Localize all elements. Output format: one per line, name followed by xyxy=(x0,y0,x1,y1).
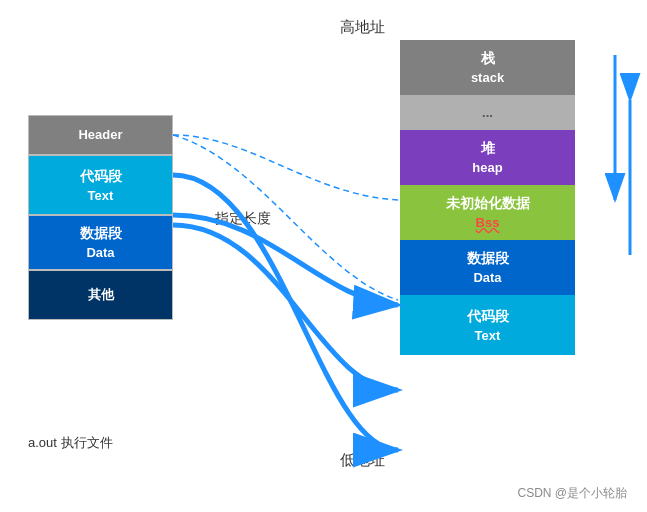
low-address-label: 低地址 xyxy=(340,451,385,470)
block-data: 数据段 Data xyxy=(28,215,173,270)
right-column: 栈 stack ... 堆 heap 未初始化数据 Bss 数据段 Data xyxy=(400,40,575,355)
block-code: 代码段 Text xyxy=(28,155,173,215)
high-address-label: 高地址 xyxy=(340,18,385,37)
zhiding-label: 指定长度 xyxy=(215,210,271,228)
r-data: 数据段 Data xyxy=(400,240,575,295)
r-text: 代码段 Text xyxy=(400,295,575,355)
diagram-container: 高地址 低地址 指定长度 Header 代码段 Text 数据段 Data 其他 xyxy=(0,0,647,512)
block-header: Header xyxy=(28,115,173,155)
aout-label: a.out 执行文件 xyxy=(28,434,113,452)
r-heap: 堆 heap xyxy=(400,130,575,185)
r-dots: ... xyxy=(400,95,575,130)
left-column: Header 代码段 Text 数据段 Data 其他 xyxy=(28,115,173,320)
csdn-label: CSDN @是个小轮胎 xyxy=(517,485,627,502)
r-bss: 未初始化数据 Bss xyxy=(400,185,575,240)
r-stack: 栈 stack xyxy=(400,40,575,95)
block-other: 其他 xyxy=(28,270,173,320)
